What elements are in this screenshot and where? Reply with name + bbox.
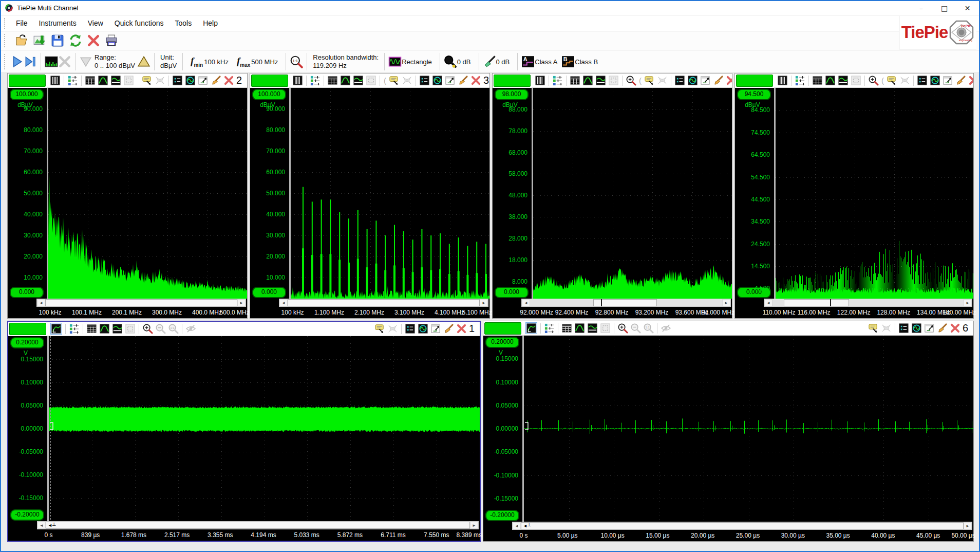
table-icon[interactable] [570,75,580,86]
zoom-in-icon[interactable] [868,75,879,86]
paint-icon[interactable] [211,75,221,86]
scroll-left-icon[interactable]: ◄ [522,299,530,306]
channels-setup-icon[interactable] [69,323,80,334]
y-axis-panel[interactable]: 100.000 dBµV 0.000 90.00080.00070.00060.… [8,88,47,299]
spectrum-display-icon[interactable] [45,55,58,68]
source-ch-icon[interactable] [419,75,430,86]
zoom-1-1-icon[interactable] [290,55,303,68]
pop-out-icon[interactable] [700,75,711,86]
analyze-icon[interactable] [340,75,351,86]
channel-color-bar[interactable] [251,75,288,87]
scroll-right-icon[interactable]: ► [237,299,246,306]
toolbar-grip[interactable] [4,54,7,70]
graph-active-icon[interactable] [50,323,62,335]
x-scrollbar[interactable]: ◄ ► [521,299,731,307]
table-icon[interactable] [327,75,338,86]
y-max-value-box[interactable]: 98.000 [495,89,529,100]
y-min-value-box[interactable]: 0.000 [252,287,286,298]
pop-out-icon[interactable] [924,323,935,334]
scroll-track[interactable]: ◄┴ [46,522,470,529]
y-min-value-box[interactable]: -0.20000 [10,509,44,521]
channels-setup-icon[interactable] [310,75,321,86]
delete-icon[interactable] [87,34,100,47]
y-max-value-box[interactable]: 0.20000 [10,337,44,348]
paint-icon[interactable] [458,75,468,86]
analyze-icon[interactable] [582,75,593,86]
analyze-icon[interactable] [825,75,836,86]
menu-quick-functions[interactable]: Quick functions [109,17,169,29]
one-shot-icon[interactable] [24,55,37,68]
source-ch-icon[interactable] [172,75,183,86]
source-ch-icon[interactable] [405,323,416,334]
source-ch-icon[interactable] [674,75,685,86]
fmin-icon[interactable]: fmin [191,56,203,68]
zoom-in-icon[interactable] [626,75,636,86]
x-scrollbar[interactable]: ◄ ► [764,299,972,307]
class-b-icon[interactable] [561,55,575,68]
y-min-value-box[interactable]: 0.000 [495,287,529,298]
source-ch-icon[interactable] [898,323,909,334]
close-icon[interactable] [223,75,234,86]
paint-icon[interactable] [937,323,948,334]
channels-setup-icon[interactable] [552,75,563,86]
fmin-value[interactable]: 100 kHz [204,58,229,66]
y-max-value-box[interactable]: 100.000 [252,89,286,100]
scroll-right-icon[interactable]: ► [480,299,488,306]
scroll-right-icon[interactable]: ► [964,522,972,529]
plot-area[interactable] [289,88,489,299]
table-icon[interactable] [561,323,572,334]
y-max-value-box[interactable]: 0.20000 [485,337,519,348]
fmax-icon[interactable]: fmax [237,56,250,68]
plot-area[interactable] [532,88,732,299]
probe-gain-icon[interactable] [483,55,496,68]
scope-icon[interactable] [432,75,443,86]
plot-area[interactable] [522,336,973,522]
channel-color-bar[interactable] [484,322,521,335]
plot-area[interactable] [774,88,973,299]
scope-icon[interactable] [418,323,428,334]
channel-color-bar[interactable] [9,75,46,87]
scroll-thumb[interactable] [46,522,470,529]
refresh-icon[interactable] [69,34,82,47]
channels-setup-icon[interactable] [795,75,805,86]
menu-file[interactable]: File [10,17,33,29]
scroll-thumb[interactable] [593,299,656,306]
scroll-track[interactable] [45,299,237,306]
source-ch-icon[interactable] [917,75,928,86]
analyze-icon[interactable] [574,323,585,334]
channel-color-bar[interactable] [9,323,46,335]
scroll-left-icon[interactable]: ◄ [513,522,521,529]
zoom-in-icon[interactable] [617,323,628,334]
channel-color-bar[interactable] [494,75,531,87]
callout-icon[interactable] [374,323,385,334]
channels-setup-icon[interactable] [544,323,555,334]
plot-area[interactable] [47,336,480,521]
y-min-value-box[interactable]: -0.20000 [485,510,519,521]
close-icon[interactable] [470,75,481,86]
callout-icon[interactable] [887,75,897,86]
save-icon[interactable] [51,34,64,47]
scroll-track[interactable] [530,299,722,306]
channels-setup-icon[interactable] [67,75,78,86]
print-icon[interactable] [105,34,118,47]
y-axis-panel[interactable]: 100.000 dBµV 0.000 90.00080.00070.00060.… [250,88,289,299]
paint-icon[interactable] [443,323,454,334]
input-gain-icon[interactable] [444,55,457,68]
fmax-value[interactable]: 500 MHz [251,58,278,66]
close-icon[interactable] [950,323,960,334]
class-a-label[interactable]: Class A [535,58,557,66]
scope-icon[interactable] [687,75,698,86]
maximize-button[interactable]: □ [933,1,956,15]
y-axis-panel[interactable]: 94.500 dBµV 0.000 84.50074.50064.50054.5… [735,88,774,299]
start-measurement-icon[interactable] [10,55,24,68]
close-icon[interactable] [456,323,467,334]
y-axis-panel[interactable]: 0.20000 V -0.20000 0.150000.100000.05000… [483,336,522,522]
process-icon[interactable] [595,75,606,86]
frequency-marker[interactable] [601,299,602,306]
y-max-value-box[interactable]: 100.000 [10,89,44,100]
export-image-icon[interactable] [33,34,46,47]
display-icon[interactable] [50,75,61,86]
menu-instruments[interactable]: Instruments [33,17,82,29]
paint-icon[interactable] [955,75,966,86]
y-max-value-box[interactable]: 94.500 [737,89,771,100]
